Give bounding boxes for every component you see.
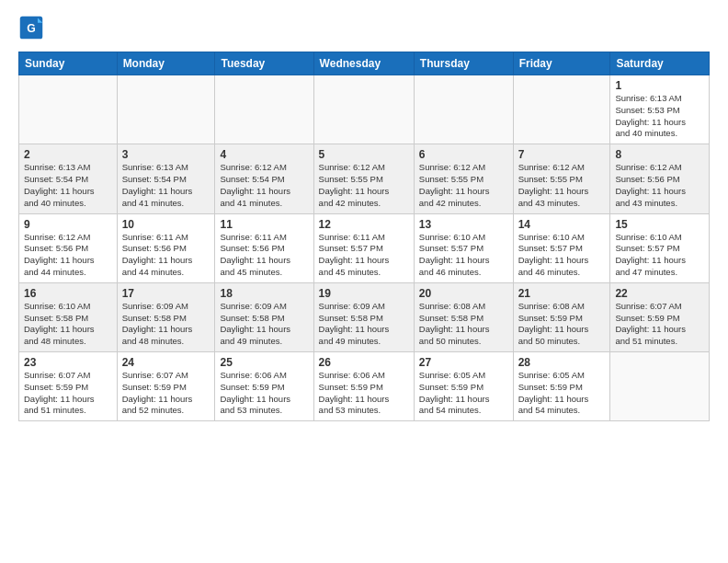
week-row-1: 1Sunrise: 6:13 AM Sunset: 5:53 PM Daylig… <box>19 75 710 144</box>
calendar-cell: 11Sunrise: 6:11 AM Sunset: 5:56 PM Dayli… <box>215 213 313 282</box>
day-number: 22 <box>615 287 704 300</box>
day-info: Sunrise: 6:10 AM Sunset: 5:57 PM Dayligh… <box>615 232 704 279</box>
day-number: 9 <box>24 218 112 231</box>
day-info: Sunrise: 6:12 AM Sunset: 5:56 PM Dayligh… <box>24 232 112 279</box>
calendar-cell: 4Sunrise: 6:12 AM Sunset: 5:54 PM Daylig… <box>215 144 313 213</box>
calendar-cell: 22Sunrise: 6:07 AM Sunset: 5:59 PM Dayli… <box>610 282 710 351</box>
day-info: Sunrise: 6:08 AM Sunset: 5:58 PM Dayligh… <box>419 301 508 348</box>
weekday-header-monday: Monday <box>117 52 215 75</box>
day-info: Sunrise: 6:06 AM Sunset: 5:59 PM Dayligh… <box>220 370 308 417</box>
day-info: Sunrise: 6:09 AM Sunset: 5:58 PM Dayligh… <box>319 301 409 348</box>
day-info: Sunrise: 6:07 AM Sunset: 5:59 PM Dayligh… <box>24 370 112 417</box>
day-info: Sunrise: 6:06 AM Sunset: 5:59 PM Dayligh… <box>319 370 409 417</box>
weekday-header-saturday: Saturday <box>610 52 710 75</box>
day-info: Sunrise: 6:11 AM Sunset: 5:57 PM Dayligh… <box>319 232 409 279</box>
day-number: 26 <box>319 356 409 369</box>
calendar-cell <box>117 75 215 144</box>
day-info: Sunrise: 6:07 AM Sunset: 5:59 PM Dayligh… <box>122 370 210 417</box>
page: G SundayMondayTuesdayWednesdayThursdayFr… <box>0 0 728 563</box>
weekday-header-friday: Friday <box>513 52 610 75</box>
day-info: Sunrise: 6:13 AM Sunset: 5:53 PM Dayligh… <box>615 93 704 140</box>
calendar-cell: 26Sunrise: 6:06 AM Sunset: 5:59 PM Dayli… <box>313 352 414 421</box>
svg-text:G: G <box>27 22 36 35</box>
day-number: 18 <box>220 287 308 300</box>
day-info: Sunrise: 6:10 AM Sunset: 5:58 PM Dayligh… <box>24 301 112 348</box>
day-info: Sunrise: 6:10 AM Sunset: 5:57 PM Dayligh… <box>518 232 606 279</box>
calendar-cell <box>414 75 513 144</box>
day-info: Sunrise: 6:11 AM Sunset: 5:56 PM Dayligh… <box>220 232 308 279</box>
calendar-cell: 21Sunrise: 6:08 AM Sunset: 5:59 PM Dayli… <box>513 282 610 351</box>
calendar-cell: 24Sunrise: 6:07 AM Sunset: 5:59 PM Dayli… <box>117 352 215 421</box>
day-number: 14 <box>518 218 606 231</box>
day-number: 20 <box>419 287 508 300</box>
day-number: 3 <box>122 148 210 161</box>
day-number: 25 <box>220 356 308 369</box>
calendar-cell: 23Sunrise: 6:07 AM Sunset: 5:59 PM Dayli… <box>19 352 118 421</box>
calendar-cell: 7Sunrise: 6:12 AM Sunset: 5:55 PM Daylig… <box>513 144 610 213</box>
day-info: Sunrise: 6:13 AM Sunset: 5:54 PM Dayligh… <box>24 162 112 209</box>
logo-area: G <box>18 15 48 44</box>
calendar-cell: 8Sunrise: 6:12 AM Sunset: 5:56 PM Daylig… <box>610 144 710 213</box>
day-info: Sunrise: 6:12 AM Sunset: 5:55 PM Dayligh… <box>319 162 409 209</box>
calendar-cell: 10Sunrise: 6:11 AM Sunset: 5:56 PM Dayli… <box>117 213 215 282</box>
day-number: 10 <box>122 218 210 231</box>
day-number: 28 <box>518 356 606 369</box>
calendar-cell: 15Sunrise: 6:10 AM Sunset: 5:57 PM Dayli… <box>610 213 710 282</box>
day-info: Sunrise: 6:12 AM Sunset: 5:54 PM Dayligh… <box>220 162 308 209</box>
calendar-cell: 12Sunrise: 6:11 AM Sunset: 5:57 PM Dayli… <box>313 213 414 282</box>
weekday-header-sunday: Sunday <box>19 52 118 75</box>
day-number: 11 <box>220 218 308 231</box>
week-row-3: 9Sunrise: 6:12 AM Sunset: 5:56 PM Daylig… <box>19 213 710 282</box>
day-info: Sunrise: 6:11 AM Sunset: 5:56 PM Dayligh… <box>122 232 210 279</box>
calendar-cell <box>513 75 610 144</box>
calendar-cell: 19Sunrise: 6:09 AM Sunset: 5:58 PM Dayli… <box>313 282 414 351</box>
day-info: Sunrise: 6:07 AM Sunset: 5:59 PM Dayligh… <box>615 301 704 348</box>
calendar-cell: 17Sunrise: 6:09 AM Sunset: 5:58 PM Dayli… <box>117 282 215 351</box>
day-info: Sunrise: 6:09 AM Sunset: 5:58 PM Dayligh… <box>220 301 308 348</box>
day-number: 16 <box>24 287 112 300</box>
calendar-cell: 18Sunrise: 6:09 AM Sunset: 5:58 PM Dayli… <box>215 282 313 351</box>
day-number: 8 <box>615 148 704 161</box>
day-info: Sunrise: 6:12 AM Sunset: 5:56 PM Dayligh… <box>615 162 704 209</box>
day-info: Sunrise: 6:10 AM Sunset: 5:57 PM Dayligh… <box>419 232 508 279</box>
day-number: 1 <box>615 79 704 92</box>
calendar-cell: 14Sunrise: 6:10 AM Sunset: 5:57 PM Dayli… <box>513 213 610 282</box>
day-info: Sunrise: 6:05 AM Sunset: 5:59 PM Dayligh… <box>419 370 508 417</box>
day-info: Sunrise: 6:12 AM Sunset: 5:55 PM Dayligh… <box>419 162 508 209</box>
calendar-body: 1Sunrise: 6:13 AM Sunset: 5:53 PM Daylig… <box>19 75 710 421</box>
calendar-cell: 13Sunrise: 6:10 AM Sunset: 5:57 PM Dayli… <box>414 213 513 282</box>
day-number: 12 <box>319 218 409 231</box>
day-number: 15 <box>615 218 704 231</box>
day-number: 17 <box>122 287 210 300</box>
day-number: 4 <box>220 148 308 161</box>
day-number: 6 <box>419 148 508 161</box>
day-info: Sunrise: 6:08 AM Sunset: 5:59 PM Dayligh… <box>518 301 606 348</box>
day-number: 19 <box>319 287 409 300</box>
calendar-cell <box>313 75 414 144</box>
calendar-cell: 20Sunrise: 6:08 AM Sunset: 5:58 PM Dayli… <box>414 282 513 351</box>
calendar-cell: 1Sunrise: 6:13 AM Sunset: 5:53 PM Daylig… <box>610 75 710 144</box>
calendar-cell <box>19 75 118 144</box>
weekday-row: SundayMondayTuesdayWednesdayThursdayFrid… <box>19 52 710 75</box>
header: G <box>18 15 710 44</box>
calendar-header: SundayMondayTuesdayWednesdayThursdayFrid… <box>19 52 710 75</box>
day-number: 21 <box>518 287 606 300</box>
calendar-cell: 25Sunrise: 6:06 AM Sunset: 5:59 PM Dayli… <box>215 352 313 421</box>
week-row-2: 2Sunrise: 6:13 AM Sunset: 5:54 PM Daylig… <box>19 144 710 213</box>
calendar-cell: 5Sunrise: 6:12 AM Sunset: 5:55 PM Daylig… <box>313 144 414 213</box>
day-info: Sunrise: 6:12 AM Sunset: 5:55 PM Dayligh… <box>518 162 606 209</box>
week-row-4: 16Sunrise: 6:10 AM Sunset: 5:58 PM Dayli… <box>19 282 710 351</box>
calendar-cell <box>610 352 710 421</box>
weekday-header-thursday: Thursday <box>414 52 513 75</box>
calendar-cell: 6Sunrise: 6:12 AM Sunset: 5:55 PM Daylig… <box>414 144 513 213</box>
weekday-header-wednesday: Wednesday <box>313 52 414 75</box>
day-number: 7 <box>518 148 606 161</box>
day-number: 27 <box>419 356 508 369</box>
calendar-cell: 3Sunrise: 6:13 AM Sunset: 5:54 PM Daylig… <box>117 144 215 213</box>
calendar-cell <box>215 75 313 144</box>
calendar-cell: 16Sunrise: 6:10 AM Sunset: 5:58 PM Dayli… <box>19 282 118 351</box>
calendar-cell: 28Sunrise: 6:05 AM Sunset: 5:59 PM Dayli… <box>513 352 610 421</box>
calendar-cell: 2Sunrise: 6:13 AM Sunset: 5:54 PM Daylig… <box>19 144 118 213</box>
day-number: 5 <box>319 148 409 161</box>
day-number: 24 <box>122 356 210 369</box>
